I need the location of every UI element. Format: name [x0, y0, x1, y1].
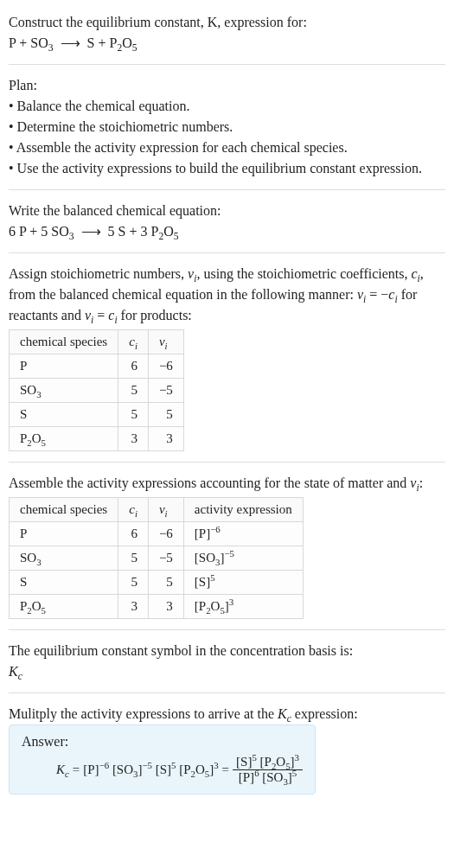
- table-row: P2O5 3 3 [P2O5]3: [10, 595, 304, 619]
- multiply-section: Mulitply the activity expressions to arr…: [9, 699, 445, 800]
- answer-label: Answer:: [22, 734, 303, 750]
- basis-symbol: Kc: [9, 661, 445, 682]
- product-terms: [P]−6 [SO3]−5 [S]5 [P2O5]3: [83, 763, 218, 777]
- cell-c: 5: [118, 571, 149, 595]
- activity-table: chemical species ci νi activity expressi…: [9, 497, 304, 619]
- plan-item: • Use the activity expressions to build …: [9, 158, 445, 179]
- balanced-heading: Write the balanced chemical equation:: [9, 201, 445, 221]
- cell-c: 3: [118, 427, 149, 451]
- cell-nu: −5: [148, 546, 183, 571]
- cell-c: 6: [118, 354, 149, 379]
- plan-item: • Balance the chemical equation.: [9, 96, 445, 117]
- table-row: P2O5 3 3: [10, 427, 184, 451]
- col-nu: νi: [148, 330, 183, 354]
- col-c: ci: [118, 498, 149, 522]
- arrow-icon: ⟶: [78, 221, 105, 242]
- cell-species: SO3: [10, 546, 118, 571]
- activity-section: Assemble the activity expressions accoun…: [9, 468, 445, 624]
- basis-section: The equilibrium constant symbol in the c…: [9, 635, 445, 687]
- kc-symbol: Kc: [56, 763, 69, 777]
- cell-c: 5: [118, 403, 149, 427]
- cell-species: P: [10, 522, 118, 546]
- stoich-table: chemical species ci νi P 6 −6 SO3 5 −5 S…: [9, 329, 184, 451]
- cell-nu: 3: [148, 427, 183, 451]
- cell-c: 3: [118, 595, 149, 619]
- table-header-row: chemical species ci νi: [10, 330, 184, 354]
- cell-species: P: [10, 354, 118, 379]
- cell-nu: −5: [148, 379, 183, 403]
- divider: [9, 462, 445, 463]
- cell-species: P2O5: [10, 427, 118, 451]
- balanced-reaction: 6 P + 5 SO3 ⟶ 5 S + 3 P2O5: [9, 221, 445, 242]
- cell-species: SO3: [10, 379, 118, 403]
- table-row: SO3 5 −5: [10, 379, 184, 403]
- equals: =: [222, 763, 229, 777]
- intro-lhs: P + SO3: [9, 35, 54, 50]
- table-row: S 5 5 [S]5: [10, 571, 304, 595]
- plan-heading: Plan:: [9, 75, 445, 96]
- table-row: P 6 −6: [10, 354, 184, 379]
- arrow-icon: ⟶: [57, 33, 84, 54]
- cell-nu: 5: [148, 571, 183, 595]
- fraction: [S]5 [P2O5]3 [P]6 [SO3]5: [233, 755, 303, 785]
- intro-rhs: S + P2O5: [87, 35, 137, 50]
- intro-reaction: P + SO3 ⟶ S + P2O5: [9, 33, 445, 54]
- plan-item: • Assemble the activity expression for e…: [9, 137, 445, 158]
- cell-species: P2O5: [10, 595, 118, 619]
- col-species: chemical species: [10, 330, 118, 354]
- col-activity: activity expression: [183, 498, 303, 522]
- cell-c: 6: [118, 522, 149, 546]
- equals: =: [73, 763, 80, 777]
- answer-box: Answer: Kc = [P]−6 [SO3]−5 [S]5 [P2O5]3 …: [9, 724, 316, 795]
- table-row: S 5 5: [10, 403, 184, 427]
- table-header-row: chemical species ci νi activity expressi…: [10, 498, 304, 522]
- multiply-text: Mulitply the activity expressions to arr…: [9, 704, 445, 724]
- balanced-rhs: 5 S + 3 P2O5: [108, 224, 179, 239]
- divider: [9, 629, 445, 630]
- table-row: SO3 5 −5 [SO3]−5: [10, 546, 304, 571]
- divider: [9, 189, 445, 190]
- divider: [9, 64, 445, 65]
- cell-activity: [P]−6: [183, 522, 303, 546]
- cell-activity: [P2O5]3: [183, 595, 303, 619]
- intro-title-text: Construct the equilibrium constant, K, e…: [9, 15, 307, 29]
- cell-species: S: [10, 403, 118, 427]
- fraction-denominator: [P]6 [SO3]5: [233, 770, 303, 785]
- cell-nu: −6: [148, 354, 183, 379]
- cell-species: S: [10, 571, 118, 595]
- divider: [9, 692, 445, 693]
- plan-section: Plan: • Balance the chemical equation. •…: [9, 70, 445, 184]
- activity-text: Assemble the activity expressions accoun…: [9, 473, 445, 494]
- answer-expression: Kc = [P]−6 [SO3]−5 [S]5 [P2O5]3 = [S]5 […: [22, 755, 303, 785]
- intro-title: Construct the equilibrium constant, K, e…: [9, 12, 445, 33]
- cell-c: 5: [118, 379, 149, 403]
- cell-nu: 5: [148, 403, 183, 427]
- col-nu: νi: [148, 498, 183, 522]
- intro-section: Construct the equilibrium constant, K, e…: [9, 7, 445, 59]
- stoich-section: Assign stoichiometric numbers, νi, using…: [9, 258, 445, 456]
- cell-c: 5: [118, 546, 149, 571]
- table-row: P 6 −6 [P]−6: [10, 522, 304, 546]
- balanced-section: Write the balanced chemical equation: 6 …: [9, 195, 445, 247]
- col-c: ci: [118, 330, 149, 354]
- cell-nu: 3: [148, 595, 183, 619]
- basis-text: The equilibrium constant symbol in the c…: [9, 641, 445, 661]
- plan-item: • Determine the stoichiometric numbers.: [9, 117, 445, 137]
- col-species: chemical species: [10, 498, 118, 522]
- balanced-lhs: 6 P + 5 SO3: [9, 224, 74, 239]
- cell-activity: [S]5: [183, 571, 303, 595]
- divider: [9, 252, 445, 253]
- cell-nu: −6: [148, 522, 183, 546]
- cell-activity: [SO3]−5: [183, 546, 303, 571]
- stoich-text: Assign stoichiometric numbers, νi, using…: [9, 264, 445, 326]
